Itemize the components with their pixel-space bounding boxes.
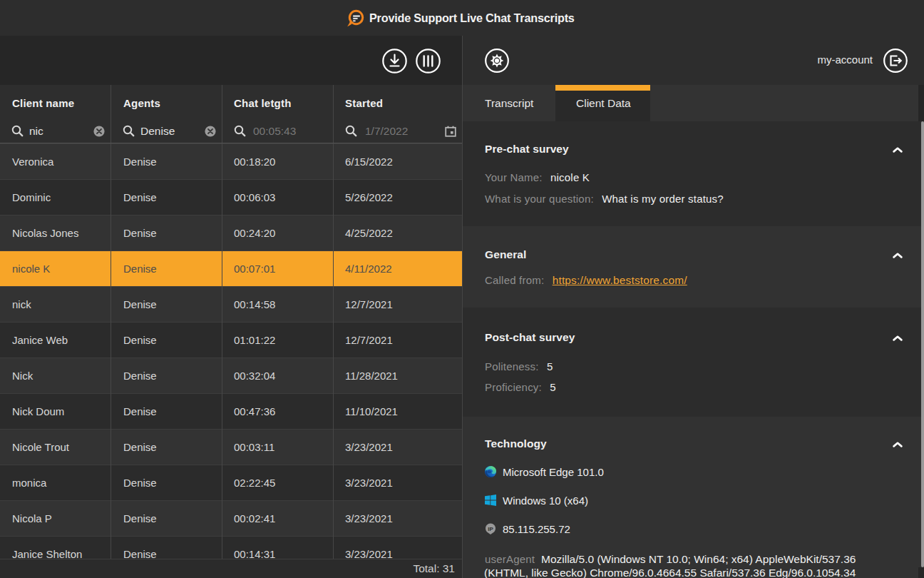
svg-text:IP: IP	[488, 526, 493, 532]
